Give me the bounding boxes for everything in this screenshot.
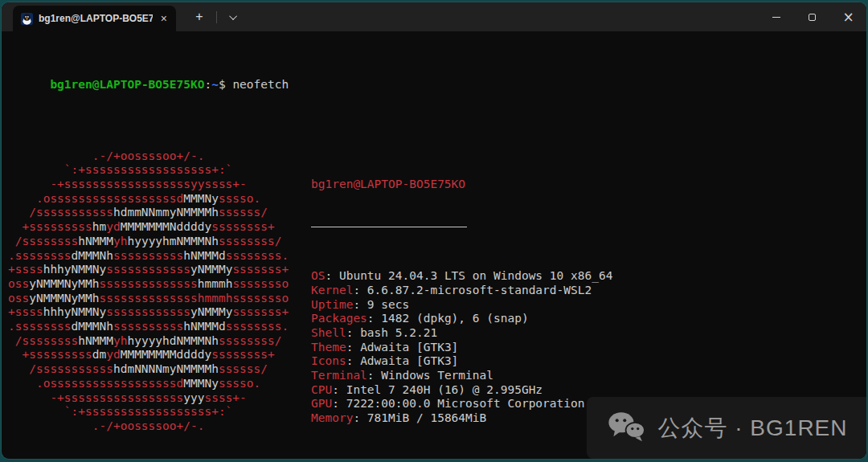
tab-dropdown-button[interactable] [220,6,248,28]
neofetch-entry: CPU: Intel 7 240H (16) @ 2.995GHz [311,383,725,398]
neofetch-entry: Icons: Adwaita [GTK3] [311,354,725,369]
maximize-icon [809,14,816,21]
title-bar[interactable]: bg1ren@LAPTOP-BO5E75KO: · × + × [2,2,866,31]
new-tab-button[interactable]: + [186,6,213,28]
neofetch-entry: Shell: bash 5.2.21 [311,326,725,341]
wechat-icon [605,410,647,447]
neofetch-entry: Packages: 1482 (dpkg), 6 (snap) [311,312,725,326]
chevron-down-icon [229,12,237,20]
neofetch-entry: Terminal: Windows Terminal [311,369,725,383]
penguin-ubuntu-icon [21,13,33,25]
neofetch-entry: Uptime: 9 secs [311,298,725,313]
tab-title: bg1ren@LAPTOP-BO5E75KO: · [39,13,153,24]
prompt-path: ~ [211,78,219,91]
neofetch-title: bg1ren@LAPTOP-BO5E75KO [311,178,725,192]
minimize-button[interactable] [758,2,794,31]
prompt-user-host: bg1ren@LAPTOP-BO5E75KO [50,78,204,91]
neofetch-entry: Theme: Adwaita [GTK3] [311,341,725,355]
close-button[interactable]: × [830,2,866,31]
tab-close-icon[interactable]: × [158,11,170,26]
neofetch-separator [311,227,725,241]
command-text: neofetch [232,78,289,91]
terminal-content[interactable]: bg1ren@LAPTOP-BO5E75KO:~$ neofetch .-/+o… [2,31,866,459]
terminal-window: bg1ren@LAPTOP-BO5E75KO: · × + × bg1ren@L… [2,2,866,459]
titlebar-drag-region[interactable] [248,2,758,31]
neofetch-entry: Kernel: 6.6.87.2-microsoft-standard-WSL2 [311,284,725,298]
watermark-text: 公众号 · BG1REN [657,413,847,444]
maximize-button[interactable] [794,2,830,31]
minimize-icon [772,17,780,18]
neofetch-ascii-art: .-/+oossssoo+/-. `:+ssssssssssssssssss+:… [8,149,311,434]
tab-ubuntu-session[interactable]: bg1ren@LAPTOP-BO5E75KO: · × [13,6,176,31]
prompt-line-command: bg1ren@LAPTOP-BO5E75KO:~$ neofetch [8,63,866,106]
neofetch-entry: OS: Ubuntu 24.04.3 LTS on Windows 10 x86… [311,269,725,284]
tab-bar-separator [216,11,217,23]
watermark: 公众号 · BG1REN [587,397,866,459]
